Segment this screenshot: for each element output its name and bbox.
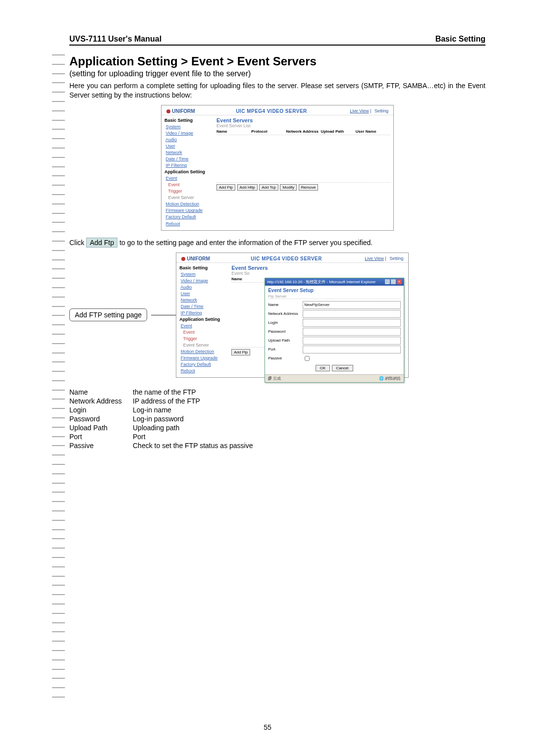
def-term: Network Address [69,397,133,405]
def-term: Password [69,414,133,423]
sidebar-trigger[interactable]: Trigger [168,189,182,194]
popup-titlebar: http://192.168.10.20 - 無標題文件 - Microsoft… [265,278,404,286]
ok-button[interactable]: OK [316,365,330,371]
add-ftp-button[interactable]: Add Ftp [216,184,235,191]
modify-button[interactable]: Modify [280,184,297,191]
table-row: PasswordLog-in password [69,414,257,423]
sb2-video[interactable]: Video / Image [181,278,208,283]
popup-heading: Event Server Setup [268,288,401,293]
field-port-input[interactable] [303,346,401,353]
sb2-eventsub[interactable]: Event [183,330,195,335]
sb2-user[interactable]: User [181,291,190,296]
screenshot-event-server-list: UNIFORM UIC MPEG4 VIDEO SERVER Live View… [161,105,394,231]
def-term: Name [69,388,133,397]
add-http-button[interactable]: Add Http [237,184,258,191]
live-view-link2[interactable]: Live View [365,256,383,261]
setting-link[interactable]: Setting [374,108,388,113]
live-view-link[interactable]: Live View [350,108,369,113]
callout-line [151,315,176,315]
sb2-reboot[interactable]: Reboot [181,368,195,373]
sidebar-audio[interactable]: Audio [165,137,177,142]
sidebar-video-image[interactable]: Video / Image [166,131,193,136]
sidebar-reboot[interactable]: Reboot [166,221,180,226]
col-user-name: User Name [356,129,390,134]
popup-subheading: Ftp Server [268,294,401,299]
minimize-icon[interactable]: _ [385,279,390,284]
def-term: Passive [69,441,133,450]
top-links2: Live View | Setting [363,256,403,261]
sidebar-user[interactable]: User [166,144,175,149]
field-password-label: Password [268,329,303,334]
intro-paragraph: Here you can perform a complete setting … [69,81,485,100]
sidebar-motion-detection[interactable]: Motion Detection [166,202,200,206]
sidebar-system[interactable]: System [166,124,181,129]
sb2-trigger[interactable]: Trigger [183,336,197,341]
page-subtitle: (setting for uploading trigger event fil… [69,69,485,78]
sb2-datetime[interactable]: Date / Time [181,304,204,309]
table-row: Namethe name of the FTP [69,388,257,397]
top-links: Live View | Setting [348,108,388,113]
def-desc: Uploading path [133,423,257,432]
sb2-firmware[interactable]: Firmware Upgrade [181,355,218,360]
maximize-icon[interactable]: □ [391,279,396,284]
definitions-table: Namethe name of the FTP Network AddressI… [69,388,257,450]
product-title: UIC MPEG4 VIDEO SERVER [236,108,307,114]
remove-button[interactable]: Remove [299,184,319,191]
panel-list-title: Event Server List [216,123,390,128]
header-divider [69,45,485,46]
popup-title-text: http://192.168.10.20 - 無標題文件 - Microsoft… [267,279,385,285]
sb2-factory[interactable]: Factory Default [181,362,211,367]
def-desc: Port [133,432,257,441]
popup-statusbar: 🗐 完成 🌐 網際網路 [265,374,404,382]
sb2-appsetting: Application Setting [179,316,226,323]
sidebar-firmware-upgrade[interactable]: Firmware Upgrade [166,208,203,213]
col-upload-path: Upload Path [321,129,356,134]
sidebar-event[interactable]: Event [166,176,177,181]
field-passive-label: Passive [268,356,303,360]
button-row: Add Ftp Add Http Add Tcp Modify Remove [216,184,390,191]
cancel-button[interactable]: Cancel [332,365,353,371]
sb2-eventserver[interactable]: Event Server [183,343,209,348]
sb2-network[interactable]: Network [181,298,197,302]
panel-title: Event Servers [216,117,390,123]
field-uploadpath-label: Upload Path [268,338,303,343]
sidebar-event-sub[interactable]: Event [168,182,180,187]
table-row: Network AddressIP address of the FTP [69,397,257,405]
sb2-event[interactable]: Event [181,323,192,328]
table-row: PortPort [69,432,257,441]
sidebar: Basic Setting System Video / Image Audio… [161,115,214,230]
add-ftp-button2[interactable]: Add Ftp [231,349,250,355]
main-panel: Event Servers Event Server List Name Pro… [214,115,393,230]
field-password-input[interactable] [303,328,401,336]
field-uploadpath-input[interactable] [303,337,401,345]
field-network-input[interactable] [303,310,401,318]
sb2-motion[interactable]: Motion Detection [181,349,214,354]
col-network-address: Network Address [286,129,321,134]
sb2-audio[interactable]: Audio [180,285,192,290]
sb2-system[interactable]: System [181,272,196,277]
screenshot-add-ftp-popup: UNIFORM UIC MPEG4 VIDEO SERVER Live View… [176,252,409,378]
close-icon[interactable]: × [397,279,402,284]
sidebar-ip-filtering[interactable]: IP Filtering [166,163,187,168]
col-protocol: Protocol [251,129,286,134]
sidebar-event-server[interactable]: Event Server [168,195,194,200]
setting-link2[interactable]: Setting [389,256,403,261]
field-login-input[interactable] [303,319,401,327]
window-buttons: _ □ × [385,279,402,285]
sb2-ipfilter[interactable]: IP Filtering [181,310,202,315]
page-title: Application Setting > Event > Event Serv… [69,54,485,68]
page-number: 55 [0,723,535,731]
add-tcp-button[interactable]: Add Tcp [259,184,278,191]
sidebar-factory-default[interactable]: Factory Default [166,214,196,219]
field-name-input[interactable] [303,301,401,309]
def-desc: IP address of the FTP [133,397,257,405]
field-passive-checkbox[interactable] [305,356,310,361]
list-area [216,135,390,183]
product-title2: UIC MPEG4 VIDEO SERVER [251,256,322,261]
panel2-title: Event Servers [231,265,405,271]
popup-event-server-setup: http://192.168.10.20 - 無標題文件 - Microsoft… [265,278,404,383]
sidebar-date-time[interactable]: Date / Time [166,156,189,161]
logo2: UNIFORM [181,256,210,261]
sidebar-network[interactable]: Network [166,150,182,155]
sidebar2: Basic Setting System Video / Image Audio… [176,263,228,378]
